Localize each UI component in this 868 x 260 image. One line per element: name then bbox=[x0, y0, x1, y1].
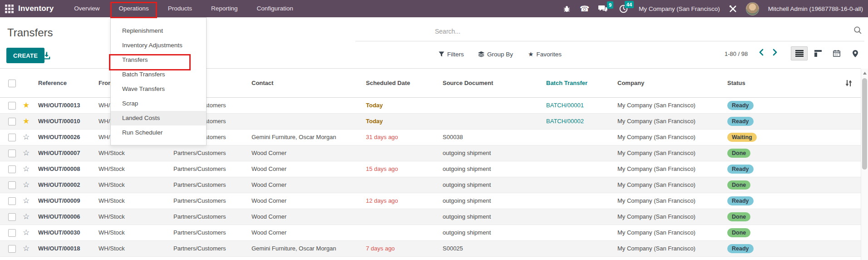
cell-source-document: outgoing shipment bbox=[443, 225, 491, 240]
star-icon: ★ bbox=[528, 50, 534, 58]
row-checkbox[interactable] bbox=[8, 145, 16, 163]
favorite-star-icon-filled[interactable]: ★ bbox=[23, 114, 30, 129]
menu-item-transfers[interactable]: Transfers bbox=[111, 53, 206, 67]
favorites-button[interactable]: ★ Favorites bbox=[528, 48, 562, 60]
list-view-button[interactable] bbox=[791, 46, 808, 60]
row-checkbox[interactable] bbox=[8, 114, 16, 131]
cell-company: My Company (San Francisco) bbox=[617, 177, 695, 193]
favorite-star-icon-outline[interactable]: ☆ bbox=[23, 145, 30, 161]
calendar-view-button[interactable] bbox=[828, 46, 845, 60]
row-checkbox[interactable] bbox=[8, 209, 16, 227]
nav-menu-overview[interactable]: Overview bbox=[64, 0, 109, 17]
column-header-status[interactable]: Status bbox=[727, 69, 745, 97]
cell-reference: WH/OUT/00009 bbox=[38, 193, 80, 209]
favorite-star-icon-outline[interactable]: ☆ bbox=[23, 193, 30, 209]
voip-phone-icon[interactable]: ☎ bbox=[580, 5, 589, 13]
status-badge: Ready bbox=[727, 117, 754, 126]
table-row[interactable]: ☆WH/OUT/00030WH/StockPartners/CustomersW… bbox=[0, 225, 861, 241]
menu-item-replenishment[interactable]: Replenishment bbox=[111, 24, 206, 38]
menu-item-wave-transfers[interactable]: Wave Transfers bbox=[111, 82, 206, 96]
messages-count-badge: 9 bbox=[607, 1, 613, 9]
favorite-star-icon-outline[interactable]: ☆ bbox=[23, 225, 30, 240]
group-by-button[interactable]: Group By bbox=[478, 48, 513, 60]
row-checkbox[interactable] bbox=[8, 225, 16, 243]
nav-menu-products[interactable]: Products bbox=[158, 0, 202, 17]
cell-batch-transfer-link[interactable]: BATCH/00002 bbox=[546, 114, 584, 129]
column-header-company[interactable]: Company bbox=[617, 69, 644, 97]
menu-item-scrap[interactable]: Scrap bbox=[111, 96, 206, 111]
nav-menu-reporting[interactable]: Reporting bbox=[202, 0, 247, 17]
pager-next-button[interactable] bbox=[771, 48, 779, 58]
column-header-reference[interactable]: Reference bbox=[38, 69, 67, 97]
column-header-scheduled[interactable]: Scheduled Date bbox=[366, 69, 410, 97]
status-badge: Waiting bbox=[727, 133, 757, 142]
table-row[interactable]: ☆WH/OUT/00008WH/StockPartners/CustomersW… bbox=[0, 161, 861, 177]
row-checkbox[interactable] bbox=[8, 98, 16, 115]
nav-menu-operations[interactable]: Operations bbox=[109, 0, 158, 17]
menu-item-landed-costs[interactable]: Landed Costs bbox=[111, 111, 206, 125]
table-row[interactable]: ☆WH/OUT/00007WH/StockPartners/CustomersW… bbox=[0, 145, 861, 161]
funnel-icon bbox=[439, 51, 444, 57]
column-header-batch[interactable]: Batch Transfer bbox=[546, 69, 587, 97]
search-icon[interactable] bbox=[853, 26, 862, 36]
scrollbar-thumb[interactable] bbox=[862, 78, 867, 170]
optional-columns-icon[interactable] bbox=[845, 80, 852, 88]
column-header-contact[interactable]: Contact bbox=[252, 69, 273, 97]
cell-company: My Company (San Francisco) bbox=[617, 130, 695, 145]
user-menu[interactable]: Mitchell Admin (19687788-16-0-all) bbox=[768, 5, 863, 12]
app-title[interactable]: Inventory bbox=[18, 4, 54, 13]
cell-company: My Company (San Francisco) bbox=[617, 209, 695, 225]
cell-source-document: outgoing shipment bbox=[443, 145, 491, 161]
cell-reference: WH/OUT/00018 bbox=[38, 241, 80, 256]
messages-icon[interactable]: 9 bbox=[598, 5, 607, 13]
favorite-star-icon-outline[interactable]: ☆ bbox=[23, 177, 30, 193]
favorite-star-icon-outline[interactable]: ☆ bbox=[23, 209, 30, 225]
cell-scheduled-date: 31 days ago bbox=[366, 130, 398, 145]
row-checkbox[interactable] bbox=[8, 130, 16, 147]
select-all-checkbox[interactable] bbox=[8, 69, 16, 89]
activities-clock-icon[interactable]: 44 bbox=[619, 5, 628, 13]
table-row[interactable]: ☆WH/OUT/00006WH/StockPartners/CustomersW… bbox=[0, 209, 861, 225]
favorite-star-icon-outline[interactable]: ☆ bbox=[23, 161, 30, 177]
menu-item-run-scheduler[interactable]: Run Scheduler bbox=[111, 125, 206, 140]
table-row[interactable]: ☆WH/OUT/00009WH/StockPartners/CustomersW… bbox=[0, 193, 861, 209]
status-badge: Done bbox=[727, 212, 750, 221]
cell-reference: WH/OUT/00026 bbox=[38, 130, 80, 145]
apps-menu-icon[interactable] bbox=[5, 5, 14, 13]
map-view-button[interactable] bbox=[847, 46, 863, 60]
favorite-star-icon-outline[interactable]: ☆ bbox=[23, 241, 30, 256]
scroll-up-arrow[interactable] bbox=[863, 72, 867, 75]
tools-icon[interactable] bbox=[729, 5, 737, 13]
search-input[interactable]: Search... bbox=[435, 28, 460, 35]
operations-dropdown-menu: ReplenishmentInventory AdjustmentsTransf… bbox=[110, 17, 207, 145]
row-checkbox[interactable] bbox=[8, 241, 16, 259]
cell-scheduled-date: 15 days ago bbox=[366, 161, 398, 177]
favorite-star-icon-outline[interactable]: ☆ bbox=[23, 130, 30, 145]
pager-previous-button[interactable] bbox=[757, 48, 765, 58]
table-row[interactable]: ☆WH/OUT/00018WH/StockPartners/CustomersG… bbox=[0, 241, 861, 257]
row-checkbox[interactable] bbox=[8, 161, 16, 179]
nav-menu-configuration[interactable]: Configuration bbox=[247, 0, 302, 17]
filters-button[interactable]: Filters bbox=[439, 48, 464, 60]
cell-batch-transfer-link[interactable]: BATCH/00001 bbox=[546, 98, 584, 113]
status-badge: Done bbox=[727, 149, 750, 158]
cell-from-location: WH/Stock bbox=[99, 225, 125, 240]
cell-to-location: Partners/Customers bbox=[173, 145, 226, 161]
create-button[interactable]: CREATE bbox=[6, 48, 44, 63]
user-avatar[interactable] bbox=[746, 2, 759, 15]
debug-bug-icon[interactable] bbox=[563, 5, 571, 13]
row-checkbox[interactable] bbox=[8, 177, 16, 195]
cell-contact: Wood Corner bbox=[252, 209, 286, 225]
row-checkbox[interactable] bbox=[8, 193, 16, 211]
kanban-view-button[interactable] bbox=[809, 46, 826, 60]
menu-item-batch-transfers[interactable]: Batch Transfers bbox=[111, 67, 206, 82]
vertical-scrollbar[interactable] bbox=[861, 69, 868, 260]
cell-from-location: WH/Stock bbox=[99, 177, 125, 193]
table-row[interactable]: ☆WH/OUT/00002WH/StockPartners/CustomersW… bbox=[0, 177, 861, 193]
company-switcher[interactable]: My Company (San Francisco) bbox=[639, 5, 720, 12]
favorite-star-icon-filled[interactable]: ★ bbox=[23, 98, 30, 113]
export-download-icon[interactable] bbox=[43, 51, 51, 61]
cell-reference: WH/OUT/00008 bbox=[38, 161, 80, 177]
menu-item-inventory-adjustments[interactable]: Inventory Adjustments bbox=[111, 38, 206, 53]
column-header-source[interactable]: Source Document bbox=[443, 69, 493, 97]
